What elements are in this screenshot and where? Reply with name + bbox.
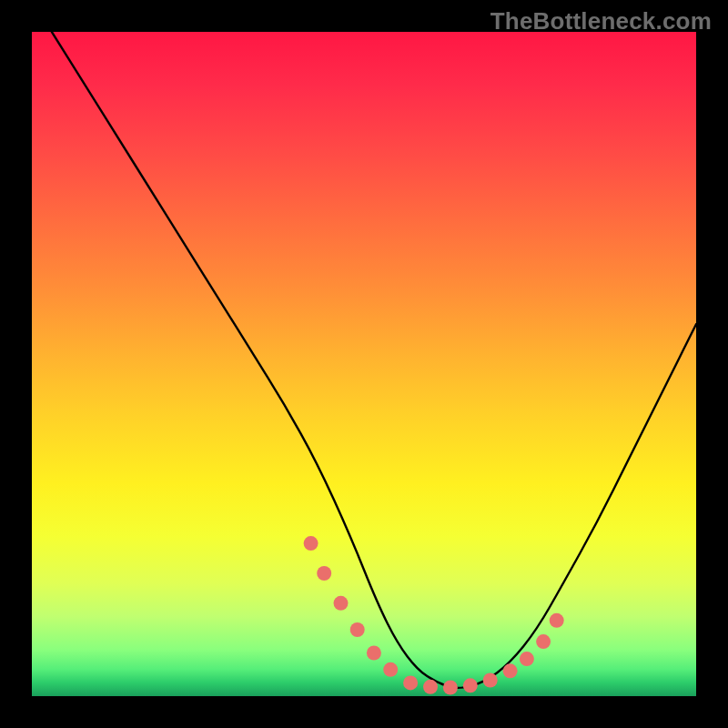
chart-frame: TheBottleneck.com: [0, 0, 728, 728]
marker-dot: [304, 536, 318, 551]
marker-dot: [536, 634, 551, 649]
marker-dot: [423, 680, 438, 694]
marker-dot: [403, 675, 418, 690]
marker-dot: [463, 678, 478, 693]
marker-dot: [367, 646, 381, 661]
bottleneck-curve: [52, 32, 696, 688]
marker-dot: [334, 596, 349, 611]
chart-svg: [32, 32, 696, 696]
marker-dot: [317, 566, 331, 581]
marker-dot: [383, 662, 398, 677]
marker-dot: [443, 681, 458, 695]
dots-group: [304, 536, 564, 694]
marker-dot: [520, 652, 534, 666]
plot-area: [32, 32, 696, 696]
marker-dot: [350, 622, 365, 637]
marker-dot: [483, 673, 498, 688]
marker-dot: [503, 663, 518, 678]
marker-dot: [550, 613, 564, 628]
